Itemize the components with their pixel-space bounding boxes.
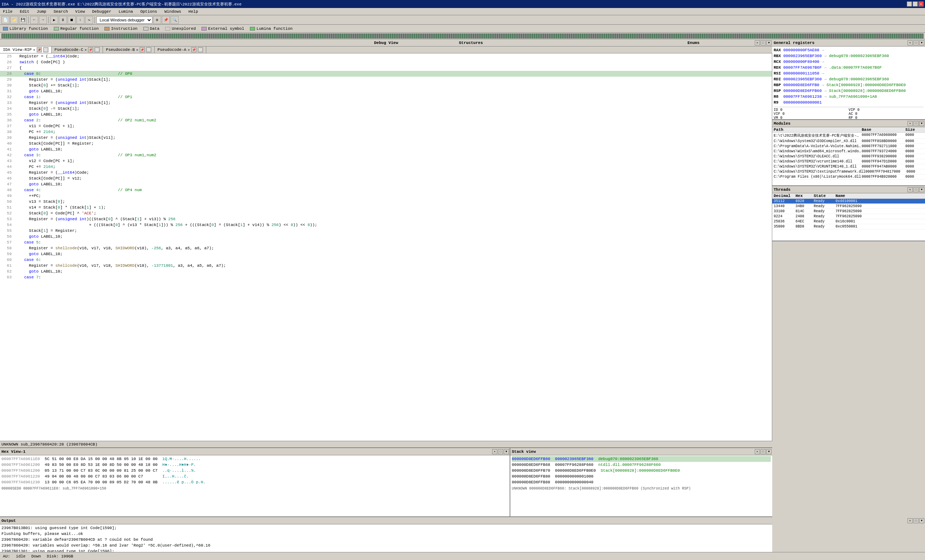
module-row-4[interactable]: C:\Windows\WinSxS\amd64_microsoft.window… [772, 149, 925, 154]
output-content[interactable]: 23967B013B01: using guessed type int Cod… [0, 524, 772, 554]
modules-col-header: Path Base Size [772, 127, 925, 133]
pseudocode-c-pane[interactable]: 25 Register = (__int64)Code; 26 switch (… [0, 53, 772, 441]
code-line-58: 58 Register = shellcode(v16, v17, v18, S… [0, 245, 772, 251]
hex-expand[interactable]: ▼ [504, 449, 509, 454]
toolbar-save[interactable]: 💾 [19, 16, 27, 24]
module-row-9[interactable]: C:\Program Files (x86)\ListaryHook64.dll… [772, 174, 925, 180]
stack-float[interactable]: □ [761, 449, 766, 454]
modules-float[interactable]: □ [913, 121, 919, 126]
reg-content[interactable]: RAX 000000000F5AE88 → RBX 0000023965EBF3… [772, 47, 925, 119]
tab-ida-view-rip[interactable]: IDA View-RIP ✕ 📌 ⬜ [0, 47, 52, 53]
toolbar-run[interactable]: ▶ [50, 16, 58, 24]
close-window-button[interactable]: ✕ [919, 2, 923, 6]
menubar: File Edit Jump Search View Debugger Lumi… [0, 8, 925, 15]
tab-pseudocode-c[interactable]: Pseudocode-C ✕ 📌 ⬜ [52, 47, 103, 53]
tab-pseudocode-a-close[interactable]: ✕ [188, 48, 190, 52]
threads-expand[interactable]: ▼ [919, 187, 924, 192]
menu-debugger[interactable]: Debugger [90, 9, 113, 15]
tab-pseudocode-c-close[interactable]: ✕ [85, 48, 87, 52]
tab-pc-snapshot[interactable]: ⬜ [95, 47, 99, 53]
thread-row-4[interactable]: 9224 2408 Ready 7FF962825090 [772, 214, 925, 219]
maximize-button[interactable]: □ [913, 2, 918, 6]
toolbar-step[interactable]: ↓ [76, 16, 84, 24]
toolbar-stop[interactable]: ⏹ [68, 16, 76, 24]
debug-view-close[interactable]: ✕ [755, 41, 760, 45]
module-row-6[interactable]: C:\Windows\SYSTEM32\vcruntime140.dll 000… [772, 159, 925, 164]
tab-ida-view-rip-close[interactable]: ✕ [33, 48, 35, 52]
module-row-7[interactable]: C:\Windows\SYSTEM32\VCRUNTIME140_1.dll 0… [772, 164, 925, 169]
thread-row-5[interactable]: 25836 64EC Ready 0x16c0001 [772, 219, 925, 224]
code-line-50: 50 v13 = Stack[0]; [0, 199, 772, 204]
menu-help[interactable]: Help [187, 9, 199, 15]
code-view-tabs: IDA View-RIP ✕ 📌 ⬜ Pseudocode-C ✕ 📌 ⬜ Ps… [0, 47, 772, 53]
thread-row-3[interactable]: 33100 814C Ready 7FF962825090 [772, 209, 925, 214]
module-row-8[interactable]: C:\Windows\SYSTEM32\textinputframework.d… [772, 169, 925, 174]
tab-pseudocode-b-close[interactable]: ✕ [136, 48, 138, 52]
stack-expand[interactable]: ▼ [767, 449, 771, 454]
debugger-select[interactable]: Local Windows debugger [96, 17, 152, 24]
tab-pa-pin[interactable]: 📌 [191, 47, 196, 53]
tab-pc-pin[interactable]: 📌 [88, 47, 93, 53]
toolbar-fwd[interactable]: → [39, 16, 47, 24]
tab-ida-pin[interactable]: 📌 [37, 47, 42, 53]
debug-view-float[interactable]: □ [761, 41, 766, 45]
reg-float[interactable]: □ [913, 41, 919, 45]
menu-windows[interactable]: Windows [163, 9, 182, 15]
threads-col-state: State [814, 194, 836, 198]
toolbar-stepover[interactable]: ↪ [85, 16, 93, 24]
tab-pb-pin[interactable]: 📌 [140, 47, 145, 53]
tab-pa-snapshot[interactable]: ⬜ [198, 47, 203, 53]
toolbar-attach[interactable]: ⚙ [153, 16, 161, 24]
stack-content[interactable]: 000000D8ED6FFB60 0000023965EBF360 debug0… [510, 455, 772, 516]
code-line-34: 34 Stack[0] -= Stack[1]; [0, 106, 772, 111]
modules-expand[interactable]: ▼ [919, 121, 924, 126]
module-row-3[interactable]: C:\ProgramData\A-Volute\A-Volute.Nahimic… [772, 144, 925, 149]
menu-file[interactable]: File [2, 9, 14, 15]
hex-float[interactable]: □ [498, 449, 503, 454]
reg-rdi: RDI 0000023965EBF360 → debug070:00000239… [774, 76, 923, 82]
tab-pb-snapshot[interactable]: ⬜ [146, 47, 151, 53]
thread-row-6[interactable]: 35800 8BD8 Ready 0xc0550001 [772, 224, 925, 229]
debug-view-expand[interactable]: ▼ [767, 41, 771, 45]
statusbar-au: AU: [3, 554, 10, 558]
hex-close[interactable]: ✕ [492, 449, 497, 454]
module-row-5[interactable]: C:\Windows\SYSTEM32\OLEACC.dll 00007FF93… [772, 154, 925, 159]
threads-close[interactable]: ✕ [907, 187, 913, 192]
toolbar-new[interactable]: 📄 [2, 16, 9, 24]
hex-content[interactable]: 00007FF7A69611E0 5C 51 00 00 E8 DA 15 00… [0, 455, 509, 516]
menu-edit[interactable]: Edit [18, 9, 30, 15]
toolbar-back[interactable]: ← [30, 16, 38, 24]
modules-content[interactable]: Path Base Size E:\t\2022腾讯游戏安全技术竞赛-PC客户端… [772, 127, 925, 185]
thread-row-2[interactable]: 13440 34B0 Ready 7FF962825090 [772, 204, 925, 209]
module-row-2[interactable]: C:\Windows\System32\D3DCompiler_43.dll 0… [772, 139, 925, 144]
stack-line-4: 000000D8ED6FFB80 0000000000001000 [512, 473, 771, 479]
toolbar-snap2[interactable]: 🔍 [170, 16, 179, 24]
menu-options[interactable]: Options [139, 9, 158, 15]
threads-content[interactable]: Decimal Hex State Name 35112 8928 Ready … [772, 193, 925, 240]
stack-close[interactable]: ✕ [755, 449, 760, 454]
output-expand[interactable]: ▼ [919, 518, 924, 523]
modules-close[interactable]: ✕ [907, 121, 913, 126]
toolbar-snap1[interactable]: 📌 [162, 16, 170, 24]
thread-row-1[interactable]: 35112 8928 Ready 0xdd100001 [772, 199, 925, 204]
output-close[interactable]: ✕ [907, 518, 913, 523]
reg-expand[interactable]: ▼ [919, 41, 924, 45]
minimize-button[interactable]: _ [907, 2, 912, 6]
toolbar-pause[interactable]: ⏸ [59, 16, 67, 24]
titlebar: IDA - 2022游戏安全技术竞赛初赛.exe E:\2022腾讯游戏安全技术… [0, 0, 925, 8]
tab-ida-snapshot[interactable]: ⬜ [43, 47, 48, 53]
tab-pseudocode-b[interactable]: Pseudocode-B ✕ 📌 ⬜ [103, 47, 155, 53]
output-float[interactable]: □ [913, 518, 919, 523]
legend-regular-label: Regular function [60, 27, 99, 31]
tab-pseudocode-a[interactable]: Pseudocode-A ✕ 📌 ⬜ [155, 47, 206, 53]
reg-close[interactable]: ✕ [907, 41, 913, 45]
module-row-1[interactable]: E:\t\2022腾讯游戏安全技术竞赛-PC客户端安全-初赛题… 00007FF… [772, 133, 925, 139]
menu-jump[interactable]: Jump [35, 9, 48, 15]
menu-lumina[interactable]: Lumina [117, 9, 135, 15]
toolbar-open[interactable]: 📁 [10, 16, 18, 24]
progress-strip [2, 33, 923, 39]
threads-float[interactable]: □ [913, 187, 919, 192]
menu-search[interactable]: Search [52, 9, 69, 15]
menu-view[interactable]: View [74, 9, 86, 15]
bottom-area: Hex View-1 ✕ □ ▼ 00007FF7A69611E0 5C 51 … [0, 447, 772, 516]
